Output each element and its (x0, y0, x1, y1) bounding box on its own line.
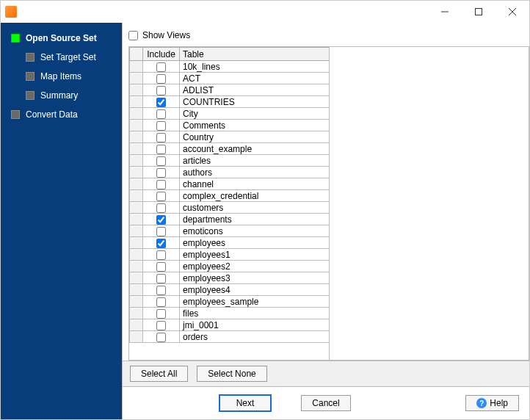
include-checkbox[interactable] (156, 321, 166, 330)
row-selector[interactable] (130, 84, 143, 96)
include-cell[interactable] (143, 214, 180, 225)
row-selector[interactable] (130, 143, 143, 155)
row-selector[interactable] (130, 73, 143, 84)
include-cell[interactable] (143, 131, 180, 143)
include-cell[interactable] (143, 225, 180, 237)
next-button[interactable]: Next (219, 394, 272, 412)
include-checkbox[interactable] (156, 121, 166, 131)
maximize-button[interactable] (462, 1, 495, 23)
table-row[interactable]: 10k_lines (130, 61, 329, 73)
include-cell[interactable] (143, 167, 180, 178)
include-header[interactable]: Include (143, 48, 180, 61)
include-cell[interactable] (143, 108, 180, 120)
include-checkbox[interactable] (156, 286, 166, 295)
include-checkbox[interactable] (156, 133, 166, 142)
include-cell[interactable] (143, 120, 180, 131)
table-row[interactable]: complex_credential (130, 190, 329, 202)
include-cell[interactable] (143, 308, 180, 319)
minimize-button[interactable] (428, 1, 462, 23)
include-cell[interactable] (143, 331, 180, 343)
include-cell[interactable] (143, 73, 180, 84)
row-selector[interactable] (130, 237, 143, 249)
table-row[interactable]: employees3 (130, 272, 329, 284)
table-row[interactable]: channel (130, 178, 329, 190)
table-row[interactable]: Country (130, 131, 329, 143)
select-none-button[interactable]: Select None (197, 366, 266, 382)
cancel-button[interactable]: Cancel (301, 395, 350, 411)
include-cell[interactable] (143, 61, 180, 73)
row-selector[interactable] (130, 225, 143, 237)
nav-item-set-target-set[interactable]: Set Target Set (1, 48, 122, 67)
nav-item-convert-data[interactable]: Convert Data (1, 105, 122, 124)
row-selector[interactable] (130, 96, 143, 108)
include-checkbox[interactable] (156, 109, 166, 119)
table-row[interactable]: employees_sample (130, 296, 329, 308)
include-cell[interactable] (143, 190, 180, 202)
row-selector[interactable] (130, 190, 143, 202)
table-row[interactable]: Comments (130, 120, 329, 131)
row-selector[interactable] (130, 284, 143, 296)
table-row[interactable]: ACT (130, 73, 329, 84)
include-cell[interactable] (143, 143, 180, 155)
include-checkbox[interactable] (156, 62, 166, 72)
include-cell[interactable] (143, 155, 180, 167)
include-checkbox[interactable] (156, 145, 166, 154)
table-row[interactable]: ADLIST (130, 84, 329, 96)
include-cell[interactable] (143, 261, 180, 272)
include-checkbox[interactable] (156, 309, 166, 319)
table-row[interactable]: employees4 (130, 284, 329, 296)
row-selector[interactable] (130, 214, 143, 225)
include-checkbox[interactable] (156, 180, 166, 189)
include-checkbox[interactable] (156, 333, 166, 342)
include-checkbox[interactable] (156, 156, 166, 166)
show-views-input[interactable] (128, 31, 138, 40)
include-checkbox[interactable] (156, 86, 166, 95)
include-cell[interactable] (143, 319, 180, 331)
include-cell[interactable] (143, 272, 180, 284)
row-selector[interactable] (130, 108, 143, 120)
include-checkbox[interactable] (156, 215, 166, 225)
include-cell[interactable] (143, 237, 180, 249)
table-header[interactable]: Table (180, 48, 329, 61)
table-row[interactable]: departments (130, 214, 329, 225)
table-row[interactable]: COUNTRIES (130, 96, 329, 108)
row-selector[interactable] (130, 272, 143, 284)
table-scroll[interactable]: Include Table 10k_linesACTADLISTCOUNTRIE… (129, 47, 329, 360)
row-selector[interactable] (130, 319, 143, 331)
nav-item-summary[interactable]: Summary (1, 86, 122, 105)
row-selector[interactable] (130, 167, 143, 178)
row-selector[interactable] (130, 308, 143, 319)
table-row[interactable]: employees1 (130, 249, 329, 261)
include-checkbox[interactable] (156, 98, 166, 107)
include-checkbox[interactable] (156, 192, 166, 201)
include-cell[interactable] (143, 178, 180, 190)
row-selector[interactable] (130, 155, 143, 167)
include-cell[interactable] (143, 249, 180, 261)
include-checkbox[interactable] (156, 250, 166, 260)
nav-item-map-items[interactable]: Map Items (1, 67, 122, 86)
include-cell[interactable] (143, 202, 180, 214)
row-selector[interactable] (130, 120, 143, 131)
include-checkbox[interactable] (156, 274, 166, 283)
include-checkbox[interactable] (156, 262, 166, 272)
row-selector[interactable] (130, 261, 143, 272)
close-button[interactable] (495, 1, 529, 23)
include-cell[interactable] (143, 96, 180, 108)
table-row[interactable]: customers (130, 202, 329, 214)
table-row[interactable]: files (130, 308, 329, 319)
row-selector[interactable] (130, 296, 143, 308)
row-selector[interactable] (130, 131, 143, 143)
include-checkbox[interactable] (156, 203, 166, 213)
help-button[interactable]: ? Help (465, 395, 519, 411)
include-checkbox[interactable] (156, 168, 166, 178)
table-row[interactable]: account_example (130, 143, 329, 155)
row-selector[interactable] (130, 249, 143, 261)
table-row[interactable]: employees (130, 237, 329, 249)
include-checkbox[interactable] (156, 239, 166, 248)
table-row[interactable]: authors (130, 167, 329, 178)
table-row[interactable]: articles (130, 155, 329, 167)
table-row[interactable]: orders (130, 331, 329, 343)
include-checkbox[interactable] (156, 297, 166, 307)
nav-item-open-source-set[interactable]: Open Source Set (1, 29, 122, 48)
row-selector[interactable] (130, 331, 143, 343)
